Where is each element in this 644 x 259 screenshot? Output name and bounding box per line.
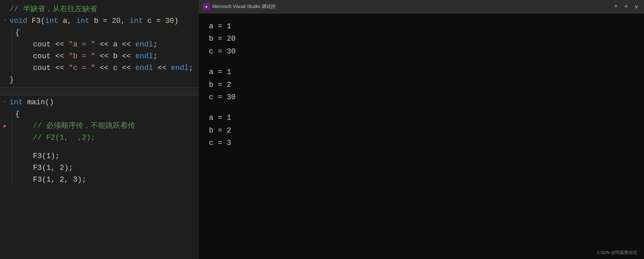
paren-close: ) — [174, 17, 179, 25]
endl-b: endl — [135, 52, 153, 61]
op-a: << — [51, 40, 69, 49]
open-brace-1: { — [15, 29, 20, 37]
void-keyword: void — [9, 17, 27, 25]
output-panel: ◆ Microsoft Visual Studio 调试控 × + ∨ a = … — [199, 0, 644, 259]
code-line-f3-1: F3(1); — [0, 150, 199, 162]
output-line-b2: b = 2 — [209, 79, 634, 91]
output-titlebar: ◆ Microsoft Visual Studio 调试控 × + ∨ — [199, 0, 644, 13]
cout-b: cout — [33, 52, 51, 61]
gutter-2 — [0, 27, 9, 29]
output-line-c3: c = 3 — [209, 137, 634, 149]
semi-c: ; — [189, 64, 193, 72]
op-c2: << — [153, 64, 171, 72]
code-line-cout-c: cout << "c = " << c << endl << endl; — [0, 62, 199, 74]
f3-call-3: F3(1, 2, 3); — [33, 176, 86, 184]
cout-c: cout — [33, 64, 51, 72]
code-line-cout-a: cout << "a = " << a << endl; — [0, 39, 199, 50]
add-tab-button[interactable]: + — [622, 3, 630, 11]
open-brace-2: { — [15, 110, 20, 118]
semi-a: ; — [153, 40, 157, 49]
code-line-func-decl: − void F3(int a, int b = 20, int c = 30) — [0, 15, 199, 27]
gutter-5 — [0, 63, 9, 64]
watermark: CSDN @阿森要自信 — [597, 250, 637, 256]
comment-text: // 半缺省，从右往左缺省 — [9, 5, 97, 13]
op-b: << — [51, 52, 69, 61]
dropdown-button[interactable]: ∨ — [633, 3, 640, 11]
indent-guide-9 — [12, 151, 12, 162]
gutter-9 — [0, 144, 9, 145]
indent-guide-11 — [12, 174, 12, 185]
gutter-11 — [0, 162, 9, 164]
output-line-a1: a = 1 — [209, 20, 634, 33]
num-20: 20 — [112, 17, 121, 25]
gutter-6 — [0, 74, 9, 76]
gutter-4 — [0, 51, 9, 52]
comment3-text: // F2(1, ,2); — [33, 134, 95, 142]
int-keyword-1: int — [45, 17, 59, 25]
close-button[interactable]: × — [612, 3, 620, 10]
var-b: << b << — [95, 52, 135, 61]
int-keyword-main: int — [9, 98, 23, 107]
fold-icon-main[interactable]: − — [0, 97, 9, 105]
gutter-8 — [0, 132, 9, 134]
gutter-12 — [0, 174, 9, 176]
code-line-close-brace-1: } — [0, 74, 199, 86]
semi-b: ; — [153, 52, 157, 61]
f3-call-1: F3(1); — [33, 152, 60, 160]
output-line-c2: c = 30 — [209, 91, 634, 104]
code-editor: // 半缺省，从右往左缺省 − void F3(int a, int b = 2… — [0, 0, 199, 259]
code-line-empty — [0, 144, 199, 150]
indent-guide-2 — [12, 39, 12, 50]
code-line-cout-b: cout << "b = " << b << endl; — [0, 50, 199, 62]
fold-icon-func[interactable]: − — [0, 15, 9, 24]
output-content: a = 1 b = 20 c = 30 a = 1 b = 2 c = 30 a… — [199, 13, 644, 259]
code-line-f3-3: F3(1, 2, 3); — [0, 174, 199, 186]
indent-guide-7 — [12, 132, 12, 143]
output-line-b1: b = 20 — [209, 33, 634, 45]
int-keyword-2: int — [76, 17, 90, 25]
num-30: 30 — [165, 17, 174, 25]
output-group-1: a = 1 b = 20 c = 30 — [209, 20, 634, 58]
comment2-text: // 必须顺序传，不能跳跃着传 — [33, 122, 135, 130]
indent-guide-10 — [12, 162, 12, 174]
code-line-comment2: ● // 必须顺序传，不能跳跃着传 — [0, 120, 199, 132]
code-line-open-brace: { — [0, 27, 199, 39]
str-a: "a = " — [68, 40, 95, 49]
indent-guide-6 — [12, 120, 12, 132]
comma-2: , — [121, 17, 129, 25]
output-line-a3: a = 1 — [209, 112, 634, 124]
indent-guide-5 — [12, 109, 12, 120]
main-func: main() — [23, 98, 54, 107]
gutter-3 — [0, 39, 9, 40]
f3-call-2: F3(1, 2); — [33, 164, 73, 172]
gutter — [0, 4, 9, 5]
vs-icon: ◆ — [203, 3, 210, 10]
str-b: "b = " — [68, 52, 95, 61]
breakpoint-icon[interactable]: ● — [0, 120, 9, 131]
var-a: << a << — [95, 40, 135, 49]
output-group-2: a = 1 b = 2 c = 30 — [209, 66, 634, 104]
param-c-eq: c = — [143, 17, 165, 25]
str-c: "c = " — [68, 64, 95, 72]
var-c: << c << — [95, 64, 135, 72]
param-a: a, — [58, 17, 76, 25]
output-line-b3: b = 2 — [209, 124, 634, 137]
op-c: << — [51, 64, 69, 72]
main-container: // 半缺省，从右往左缺省 − void F3(int a, int b = 2… — [0, 0, 644, 259]
code-line-f3-2: F3(1, 2); — [0, 162, 199, 174]
indent-guide-1 — [12, 27, 12, 38]
output-title: Microsoft Visual Studio 调试控 — [212, 4, 610, 10]
section-divider — [0, 87, 199, 95]
indent-guide-4 — [12, 63, 12, 74]
code-line-int-main: − int main() — [0, 97, 199, 108]
code-line-open-brace-2: { — [0, 108, 199, 120]
endl-c2: endl — [171, 64, 189, 72]
code-line-comment3: // F2(1, ,2); — [0, 132, 199, 144]
cout-a: cout — [33, 40, 51, 49]
param-b-eq: b = — [90, 17, 112, 25]
gutter-10 — [0, 151, 9, 152]
endl-c1: endl — [135, 64, 153, 72]
int-keyword-3: int — [129, 17, 143, 25]
indent-guide-3 — [12, 51, 12, 62]
close-brace-1: } — [9, 76, 14, 84]
